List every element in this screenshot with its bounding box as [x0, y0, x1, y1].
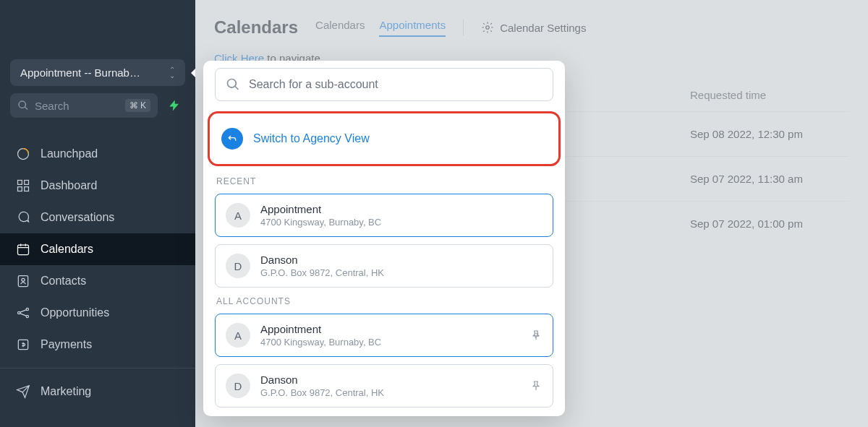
pin-icon[interactable] — [529, 329, 542, 342]
sidebar: Appointment -- Burnab… ⌃⌄ Search ⌘ K Lau… — [0, 0, 195, 427]
sidebar-item-contacts[interactable]: Contacts — [0, 265, 195, 297]
avatar: D — [226, 374, 250, 398]
account-card[interactable]: A Appointment 4700 Kingsway, Burnaby, BC — [215, 194, 553, 237]
sidebar-item-payments[interactable]: Payments — [0, 329, 195, 361]
agency-label: Switch to Agency View — [253, 132, 370, 145]
marketing-icon — [16, 384, 30, 399]
page-title: Calendars — [214, 17, 298, 38]
col-requested-time: Requested time — [690, 89, 849, 101]
gear-icon — [481, 21, 494, 34]
recent-accounts: A Appointment 4700 Kingsway, Burnaby, BC… — [203, 194, 565, 296]
search-icon — [226, 77, 240, 92]
account-selector[interactable]: Appointment -- Burnab… ⌃⌄ — [10, 59, 185, 86]
sidebar-search[interactable]: Search ⌘ K — [10, 93, 158, 118]
row-time: Sep 07 2022, 01:00 pm — [690, 217, 849, 230]
sidebar-item-opportunities[interactable]: Opportunities — [0, 297, 195, 329]
payments-icon — [16, 337, 30, 352]
account-name: Appointment — [260, 323, 381, 335]
row-time: Sep 08 2022, 12:30 pm — [690, 128, 849, 140]
launchpad-icon — [16, 147, 30, 161]
avatar: D — [226, 254, 250, 278]
all-accounts-label: ALL ACCOUNTS — [203, 296, 565, 314]
account-selector-label: Appointment -- Burnab… — [20, 66, 140, 79]
main-header: Calendars Calendars Appointments Calenda… — [195, 0, 868, 38]
chat-icon — [16, 210, 30, 225]
sidebar-item-calendars[interactable]: Calendars — [0, 233, 195, 265]
account-card[interactable]: D Danson G.P.O. Box 9872, Central, HK — [215, 364, 553, 407]
subaccount-search-input[interactable] — [249, 78, 542, 91]
svg-rect-3 — [18, 187, 22, 191]
row-time: Sep 07 2022, 11:30 am — [690, 173, 849, 185]
svg-point-12 — [486, 26, 490, 30]
contacts-icon — [16, 274, 30, 288]
account-info: Appointment 4700 Kingsway, Burnaby, BC — [260, 203, 381, 228]
nav-label: Opportunities — [41, 306, 109, 319]
account-address: G.P.O. Box 9872, Central, HK — [260, 267, 384, 278]
account-name: Appointment — [260, 203, 381, 215]
sidebar-item-launchpad[interactable]: Launchpad — [0, 138, 195, 170]
svg-rect-1 — [18, 181, 22, 185]
nav-label: Payments — [41, 338, 92, 351]
all-accounts: A Appointment 4700 Kingsway, Burnaby, BC… — [203, 314, 565, 416]
nav-label: Conversations — [41, 211, 114, 224]
tab-calendars[interactable]: Calendars — [315, 19, 365, 37]
account-info: Danson G.P.O. Box 9872, Central, HK — [260, 254, 384, 278]
account-address: 4700 Kingsway, Burnaby, BC — [260, 337, 381, 348]
sidebar-search-placeholder: Search — [35, 100, 119, 112]
calendar-settings-link[interactable]: Calendar Settings — [481, 21, 586, 34]
switch-agency-view[interactable]: Switch to Agency View — [208, 111, 561, 166]
nav-label: Marketing — [41, 385, 91, 398]
subaccount-search[interactable] — [215, 68, 553, 101]
kbd-shortcut: ⌘ K — [125, 99, 150, 112]
account-switcher-popover: Switch to Agency View RECENT A Appointme… — [203, 61, 565, 416]
svg-rect-2 — [25, 181, 29, 185]
avatar: A — [226, 203, 250, 228]
tab-appointments[interactable]: Appointments — [379, 19, 446, 37]
sidebar-item-conversations[interactable]: Conversations — [0, 202, 195, 233]
sidebar-item-dashboard[interactable]: Dashboard — [0, 170, 195, 202]
account-address: G.P.O. Box 9872, Central, HK — [260, 387, 384, 398]
search-icon — [17, 100, 29, 111]
nav-label: Calendars — [41, 243, 93, 256]
svg-rect-4 — [25, 187, 29, 191]
svg-point-7 — [22, 278, 25, 281]
back-icon — [221, 128, 243, 150]
divider — [463, 20, 464, 35]
svg-rect-5 — [18, 245, 29, 254]
account-card[interactable]: A Appointment 4700 Kingsway, Burnaby, BC — [215, 314, 553, 357]
account-card[interactable]: D Danson G.P.O. Box 9872, Central, HK — [215, 244, 553, 288]
sidebar-nav: Launchpad Dashboard Conversations Calend… — [0, 138, 195, 407]
main-tabs: Calendars Appointments — [315, 19, 446, 37]
nav-label: Contacts — [41, 275, 86, 288]
avatar: A — [226, 323, 250, 348]
opportunities-icon — [16, 306, 30, 320]
sidebar-item-marketing[interactable]: Marketing — [0, 376, 195, 407]
account-name: Danson — [260, 254, 384, 266]
pin-icon[interactable] — [529, 379, 542, 392]
nav-label: Launchpad — [41, 147, 98, 160]
chevrons-updown-icon: ⌃⌄ — [169, 67, 175, 79]
sidebar-logo-area — [0, 0, 195, 59]
account-name: Danson — [260, 374, 384, 386]
lightning-icon — [168, 99, 181, 112]
quick-actions-button[interactable] — [163, 95, 185, 116]
account-info: Appointment 4700 Kingsway, Burnaby, BC — [260, 323, 381, 348]
svg-point-8 — [18, 311, 20, 314]
calendar-icon — [16, 242, 30, 256]
nav-divider — [0, 368, 195, 368]
account-address: 4700 Kingsway, Burnaby, BC — [260, 217, 381, 228]
recent-label: RECENT — [203, 176, 565, 194]
dashboard-icon — [16, 178, 30, 193]
nav-label: Dashboard — [41, 179, 97, 192]
account-info: Danson G.P.O. Box 9872, Central, HK — [260, 374, 384, 398]
svg-point-10 — [26, 315, 28, 317]
settings-label: Calendar Settings — [500, 22, 586, 34]
svg-point-9 — [26, 308, 28, 310]
